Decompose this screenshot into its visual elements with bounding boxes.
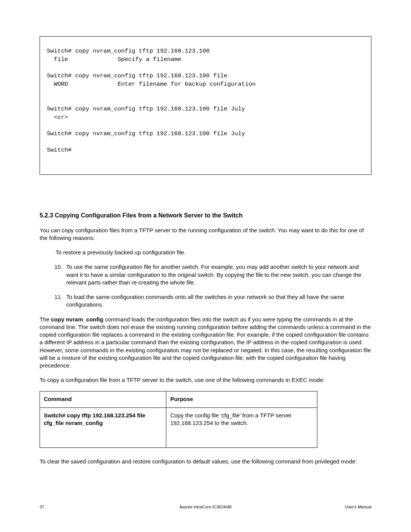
intro-paragraph: You can copy configuration files from a … bbox=[40, 227, 371, 242]
section-title: Copying Configuration Files from a Netwo… bbox=[55, 212, 242, 219]
table-row: Switch# copy tftp 192.168.123.254 file c… bbox=[40, 407, 317, 448]
clear-paragraph: To clear the saved configuration and res… bbox=[40, 458, 371, 465]
command-cell: Switch# copy tftp 192.168.123.254 file c… bbox=[40, 407, 166, 448]
explain-after: command loads the configuration files in… bbox=[40, 316, 371, 369]
column-header-command: Command bbox=[40, 391, 166, 407]
purpose-cell: Copy the config file 'cfg_file' from a T… bbox=[166, 407, 317, 448]
explain-paragraph: The copy nvram_config command loads the … bbox=[40, 316, 371, 370]
list-item: To use the same configuration file for a… bbox=[64, 263, 371, 286]
explain-before: The bbox=[40, 316, 51, 323]
document-page: Switch# copy nvram_config tftp 192.168.1… bbox=[0, 0, 411, 532]
section-heading: 5.2.3 Copying Configuration Files from a… bbox=[40, 211, 371, 220]
restore-paragraph: To restore a previously backed up config… bbox=[56, 249, 371, 256]
inline-command: copy nvram_config bbox=[51, 316, 104, 323]
page-footer: 37 Asante IntraCore IC3624/48 User's Man… bbox=[40, 504, 371, 510]
page-number: 37 bbox=[40, 504, 44, 510]
footer-center: Asante IntraCore IC3624/48 bbox=[40, 504, 371, 510]
command-table: Command Purpose Switch# copy tftp 192.16… bbox=[40, 391, 317, 448]
column-header-purpose: Purpose bbox=[166, 391, 317, 407]
table-header-row: Command Purpose bbox=[40, 391, 317, 407]
section-number: 5.2.3 bbox=[40, 212, 53, 219]
reasons-list: To use the same configuration file for a… bbox=[40, 263, 371, 308]
table-leadin: To copy a configuration file from a TFTP… bbox=[40, 376, 371, 384]
terminal-output-box: Switch# copy nvram_config tftp 192.168.1… bbox=[40, 36, 371, 175]
footer-right: User's Manual bbox=[345, 504, 371, 510]
list-item: To load the same configuration commands … bbox=[64, 293, 371, 309]
